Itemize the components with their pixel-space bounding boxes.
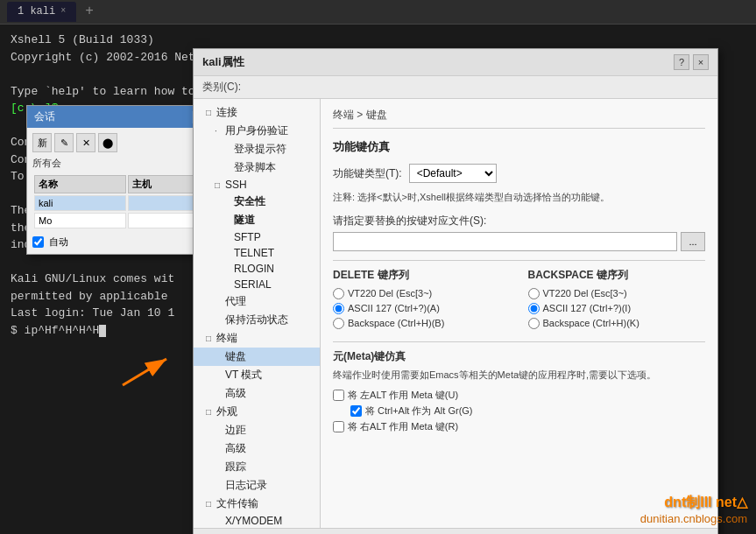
dialog-titlebar: kali属性 ? × [194,49,717,76]
tree-item-rlogin[interactable]: RLOGIN [194,261,320,277]
meta-note: 终端作业时使用需要如Emacs等相关的Meta键的应用程序时,需要以下选项。 [333,368,705,383]
tree-item-serial[interactable]: SERIAL [194,277,320,292]
delete-opt2-radio[interactable] [333,303,344,314]
tree-item-file-transfer[interactable]: □文件传输 [194,495,320,513]
breadcrumb: 终端 > 键盘 [333,108,705,129]
tree-toggle-file-transfer: □ [206,499,215,509]
tree-item-trace[interactable]: 跟踪 [194,458,320,476]
tree-item-advanced-terminal[interactable]: 高级 [194,384,320,403]
session-col-name: 名称 [34,175,126,193]
fkey-type-select[interactable]: <Default> [409,164,497,183]
delete-opt3-row: Backspace (Ctrl+H)(B) [333,318,511,329]
tree-item-auth[interactable]: ·用户身份验证 [194,122,320,140]
meta-opt2-checkbox[interactable] [350,405,362,417]
tree-panel: □连接 ·用户身份验证 登录提示符 登录脚本 □SSH 安全性 隧道 SFTP [194,99,321,528]
backspace-opt1-label: VT220 Del (Esc[3~) [543,288,627,299]
backspace-opt1-radio[interactable] [528,288,540,299]
delete-col: DELETE 键序列 VT220 Del (Esc[3~) ASCII 127 … [333,268,511,333]
session-row-kali-name: kali [34,195,126,211]
dialog-title: kali属性 [202,54,244,70]
backspace-opt3-radio[interactable] [528,318,540,329]
tree-item-xymodem[interactable]: X/YMODEM [194,513,320,528]
tree-toggle-connection: □ [206,108,215,117]
delete-opt2-row: ASCII 127 (Ctrl+?)(A) [333,303,511,314]
meta-title: 元(Meta)键仿真 [333,349,705,364]
browse-button[interactable]: ... [681,232,705,251]
dialog-footer: 确定 取消 [194,528,717,534]
tree-item-keyboard[interactable]: 键盘 [194,348,320,366]
dialog-help-btn[interactable]: ? [674,54,689,70]
terminal-line-1: Xshell 5 (Build 1033) [11,32,745,49]
tree-item-proxy[interactable]: 代理 [194,292,320,311]
session-title: 会话 [34,109,55,124]
session-copy-btn[interactable]: ⬤ [98,133,117,152]
session-delete-btn[interactable]: ✕ [76,133,95,152]
tree-item-login-script[interactable]: 登录脚本 [194,158,320,177]
delete-opt3-label: Backspace (Ctrl+H)(B) [348,318,444,328]
tree-item-tunnel[interactable]: 隧道 [194,211,320,229]
session-new-btn[interactable]: 新 [32,133,52,152]
delete-opt3-radio[interactable] [333,318,344,329]
tree-item-connection[interactable]: □连接 [194,103,320,122]
key-section: DELETE 键序列 VT220 Del (Esc[3~) ASCII 127 … [333,268,705,333]
session-edit-btn[interactable]: ✎ [54,133,74,152]
delete-opt1-label: VT220 Del (Esc[3~) [348,288,432,299]
dialog-controls: ? × [674,54,709,70]
tree-item-login-prompt[interactable]: 登录提示符 [194,140,320,158]
tree-item-margin[interactable]: 边距 [194,421,320,439]
tree-item-vt-mode[interactable]: VT 模式 [194,366,320,384]
tree-toggle-appearance: □ [206,407,215,417]
meta-opt3-row: 将 右ALT 作用 Meta 键(R) [333,420,705,433]
session-auto-checkbox[interactable] [32,236,44,248]
delete-opt2-label: ASCII 127 (Ctrl+?)(A) [348,303,440,313]
fkey-type-row: 功能键类型(T): <Default> [333,164,705,183]
tree-item-sftp[interactable]: SFTP [194,229,320,245]
meta-opt1-checkbox[interactable] [333,390,344,401]
meta-opt3-checkbox[interactable] [333,421,344,432]
delete-opt1-row: VT220 Del (Esc[3~) [333,288,511,299]
add-tab-button[interactable]: + [80,2,99,21]
file-row: ... [333,232,705,251]
backspace-opt3-label: Backspace (Ctrl+H)(K) [543,318,639,328]
backspace-opt2-radio[interactable] [528,303,540,314]
tree-item-logging[interactable]: 日志记录 [194,476,320,495]
tree-item-advanced-appearance[interactable]: 高级 [194,439,320,458]
file-input[interactable] [333,232,677,251]
tree-item-telnet[interactable]: TELNET [194,245,320,261]
tree-toggle-ssh: □ [215,180,223,190]
delete-opt1-radio[interactable] [333,288,344,299]
dialog-body: □连接 ·用户身份验证 登录提示符 登录脚本 □SSH 安全性 隧道 SFTP [194,99,717,528]
tree-item-appearance[interactable]: □外观 [194,403,320,421]
backspace-opt2-row: ASCII 127 (Ctrl+?)(I) [528,303,706,314]
backspace-opt1-row: VT220 Del (Esc[3~) [528,288,706,299]
meta-section: 元(Meta)键仿真 终端作业时使用需要如Emacs等相关的Meta键的应用程序… [333,349,705,434]
meta-opt2-label: 将 Ctrl+Alt 作为 Alt Gr(G) [365,404,473,418]
kali-properties-dialog: kali属性 ? × 类别(C): □连接 ·用户身份验证 登录提示符 登录脚本… [193,48,718,534]
divider-2 [333,341,705,342]
fkey-note: 注释: 选择<默认>时,Xshell根据终端类型自动选择恰当的功能键。 [333,190,705,205]
tree-item-ssh[interactable]: □SSH [194,177,320,193]
backspace-opt2-label: ASCII 127 (Ctrl+?)(I) [543,303,632,313]
taskbar: 1 kali × + [0,0,756,25]
tree-toggle-auth: · [215,126,223,136]
fkey-section-title: 功能键仿真 [333,139,705,155]
dialog-close-btn[interactable]: × [693,54,709,70]
tree-item-security[interactable]: 安全性 [194,193,320,211]
backspace-col: BACKSPACE 键序列 VT220 Del (Esc[3~) ASCII 1… [528,268,706,333]
terminal-tab[interactable]: 1 kali × [7,2,76,22]
delete-title: DELETE 键序列 [333,268,511,283]
backspace-opt3-row: Backspace (Ctrl+H)(K) [528,318,706,329]
tree-item-keepalive[interactable]: 保持活动状态 [194,311,320,329]
session-row-mo-name: Mo [34,213,126,228]
meta-opt1-label: 将 左ALT 作用 Meta 键(U) [348,389,458,402]
terminal-cursor [99,325,106,337]
tree-item-terminal[interactable]: □终端 [194,329,320,348]
meta-opt2-row: 将 Ctrl+Alt 作为 Alt Gr(G) [350,404,705,418]
divider [333,260,705,261]
tree-toggle-terminal: □ [206,334,215,343]
file-label: 请指定要替换的按键对应文件(S): [333,214,705,228]
meta-opt3-label: 将 右ALT 作用 Meta 键(R) [348,420,458,433]
content-panel: 终端 > 键盘 功能键仿真 功能键类型(T): <Default> 注释: 选择… [321,99,717,528]
close-tab-icon[interactable]: × [60,5,66,18]
backspace-title: BACKSPACE 键序列 [528,268,706,283]
